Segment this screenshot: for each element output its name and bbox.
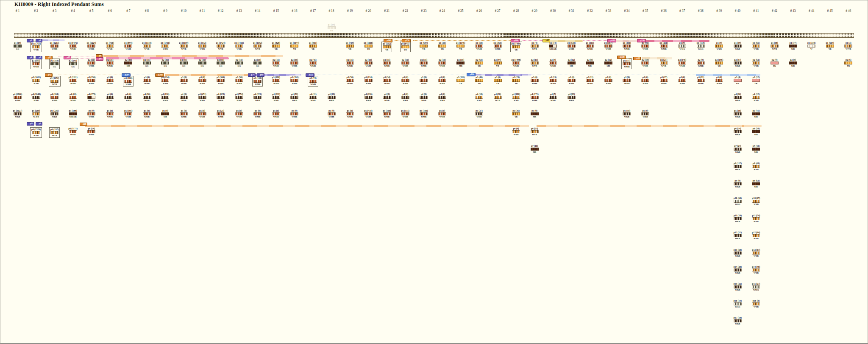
pendant-cell: p3 (294)WMB — [161, 76, 169, 85]
entry-bar — [32, 79, 40, 82]
entry-bar — [180, 96, 188, 99]
pendant-entry: p5 (0)WMB — [322, 109, 341, 118]
pendant-entry: p16 (14)WGG — [728, 299, 747, 308]
entry-bar — [87, 62, 95, 64]
pendant-entry: p2 (6)YB — [839, 59, 858, 67]
entry-label: p1 (1066) — [364, 42, 373, 44]
entry-bar — [346, 45, 354, 48]
pendant-entry: p1 (77)MB — [784, 42, 802, 50]
entry-label: p3 (4) — [734, 76, 742, 78]
entry-bar — [69, 130, 77, 133]
entry-code: WMB — [364, 116, 373, 118]
entry-code: WKB — [734, 221, 742, 223]
entry-bar — [32, 62, 40, 65]
pendant-cell: p6 (0)WYB — [512, 127, 520, 136]
entry-code: YB — [364, 48, 373, 50]
entry-label: p4 (180) — [512, 93, 520, 95]
entry-code: WMB — [290, 116, 298, 118]
column-header: # 25 — [451, 9, 470, 13]
pendant-cell: p2 (19)WMB — [641, 59, 649, 67]
entry-bar — [752, 45, 760, 48]
pendant-entry: p17 (18)WKB — [728, 316, 747, 325]
pendant-cell: p4 (52)WKB — [290, 93, 298, 102]
entry-code: WMB — [586, 48, 594, 50]
entry-label: p3 (0) — [143, 76, 151, 78]
entry-code: WKB — [734, 151, 742, 154]
entry-label: p1 (552) — [383, 42, 391, 45]
entry-code: YB — [309, 48, 317, 50]
pendant-entry: p5 (188)MB-KB — [64, 109, 82, 118]
connector-line — [394, 40, 403, 41]
entry-bar — [752, 62, 760, 64]
entry-label: p3 (21) — [697, 76, 705, 78]
entry-bar — [180, 79, 188, 82]
pendant-cell: p2 (35)WMB — [420, 59, 428, 67]
pendant-entry: p3 (0)WMB — [562, 76, 581, 85]
entry-code: WMB — [309, 83, 317, 86]
pendant-entry: p1 (310)W — [802, 42, 821, 50]
entry-label: p2 (15) — [235, 59, 243, 61]
entry-bar — [456, 45, 465, 48]
pendant-entry: p4 (0)WKB — [378, 93, 396, 102]
pendant-entry: p7 (43)MB — [747, 145, 765, 154]
pendant-entry: p2 (12)MB — [599, 59, 618, 67]
pendant-entry: p1 (19)YB — [322, 23, 341, 32]
pendant-entry: p4 (19)WKB — [322, 93, 341, 102]
pendant-entry: p5 (0)WMB — [341, 109, 359, 118]
column-header: # 29 — [525, 9, 544, 13]
entry-code: MB — [531, 116, 539, 118]
entry-bar — [531, 112, 539, 115]
entry-bar — [734, 234, 742, 237]
connector-line — [58, 75, 121, 75]
entry-label: p4 (0) — [401, 93, 409, 95]
pendant-entry: p3 (0)WMB — [193, 76, 211, 85]
entry-code: WMB — [143, 82, 151, 85]
pendant-entry: p10 (67)WYB — [747, 197, 765, 206]
pendant-cell: p4 (825)WKB — [217, 93, 225, 102]
pendant-cell: p4 (451)WKB — [198, 93, 206, 102]
pendant-entry: p1 (372)WYB — [193, 42, 211, 50]
pendant-cell: p2 (13)WYB — [531, 59, 539, 67]
pendant-entry: p1 (50)WMB — [470, 42, 489, 50]
arrow-box: →p61 — [96, 57, 103, 61]
entry-code: WMB — [641, 65, 649, 67]
entry-label: p1 (251) — [660, 42, 668, 44]
entry-code: MB — [752, 186, 760, 188]
entry-code: WYB — [50, 134, 58, 137]
entry-code: WKB — [383, 99, 391, 102]
entry-bar — [789, 62, 797, 64]
pendant-cell: p5 (41)MB — [752, 109, 760, 118]
column-header: # 15 — [267, 9, 285, 13]
pendant-entry: p2 (35)GG — [156, 59, 175, 67]
entry-code: WMB — [180, 116, 188, 118]
entry-code: PK — [771, 65, 779, 67]
column-header: # 39 — [710, 9, 729, 13]
entry-code: WYB — [142, 48, 151, 50]
entry-code: WMB — [531, 99, 539, 102]
entry-label: p3 (130) — [253, 77, 262, 79]
entry-bar — [734, 130, 742, 133]
entry-label: p3 (0) — [604, 76, 612, 78]
entry-bar — [50, 131, 58, 134]
entry-code: WMB — [623, 82, 631, 85]
pendant-cell: p3 (190)WMB — [272, 76, 280, 85]
entry-bar — [752, 96, 760, 99]
entry-label: p4 (0) — [124, 93, 132, 95]
entry-bar — [456, 79, 465, 82]
entry-label: p1 (647) — [420, 42, 428, 44]
entry-code: WKB — [623, 116, 631, 118]
entry-label: p14 (28) — [734, 266, 742, 268]
pendant-cell: p10 (67)WYB — [752, 197, 760, 206]
entry-label: p5 (160) — [383, 109, 391, 112]
pendant-entry: p14 (28)WKB — [728, 266, 747, 274]
entry-code: WKB — [734, 134, 742, 136]
entry-label: p3 (49) — [475, 76, 483, 78]
pendant-cell: p6 (197)WYB — [49, 127, 60, 138]
entry-label: p2 (37) — [734, 59, 742, 61]
column-header: # 38 — [691, 9, 710, 13]
entry-code: WMB — [420, 116, 428, 118]
entry-bar — [660, 62, 668, 64]
arrow-box: →p264 — [467, 73, 476, 76]
pendant-entry: p3 (0)WMB — [433, 76, 451, 85]
entry-label: p4 (18) — [475, 93, 483, 95]
